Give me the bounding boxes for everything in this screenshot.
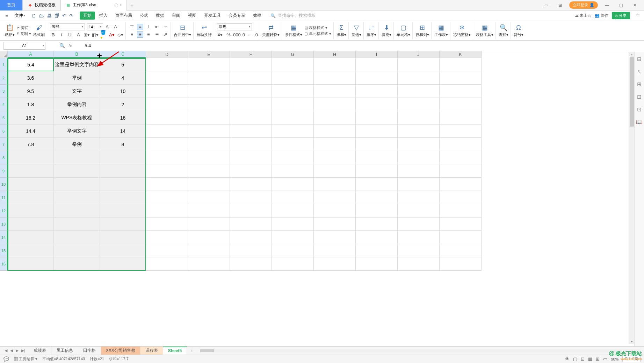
cell-E5[interactable] xyxy=(188,111,230,124)
cell-I5[interactable] xyxy=(356,111,398,124)
cell-I10[interactable] xyxy=(356,178,398,191)
underline-icon[interactable]: U xyxy=(67,32,73,38)
freeze-button[interactable]: ❄冻结窗格▾ xyxy=(453,24,471,37)
cell-K12[interactable] xyxy=(440,204,482,218)
cell-E4[interactable] xyxy=(188,98,230,111)
cell-J7[interactable] xyxy=(398,138,440,151)
cell-J6[interactable] xyxy=(398,124,440,138)
cell-B16[interactable] xyxy=(54,257,100,271)
new-tab-button[interactable]: + xyxy=(127,2,137,8)
new-icon[interactable]: 🗋 xyxy=(31,13,36,19)
cell-E15[interactable] xyxy=(188,244,230,257)
col-header-D[interactable]: D xyxy=(146,51,188,58)
cell-F2[interactable] xyxy=(230,71,272,85)
cell-B9[interactable] xyxy=(54,164,100,178)
cell-J10[interactable] xyxy=(398,178,440,191)
col-header-H[interactable]: H xyxy=(314,51,356,58)
cell-H1[interactable] xyxy=(314,58,356,71)
cell-C11[interactable] xyxy=(100,191,146,204)
cell-J14[interactable] xyxy=(398,231,440,244)
cell-A5[interactable]: 16.2 xyxy=(8,111,54,124)
ribbon-tab-5[interactable]: 审阅 xyxy=(168,12,184,20)
cell-B3[interactable]: 文字 xyxy=(54,85,100,98)
cell-K5[interactable] xyxy=(440,111,482,124)
cell-A1[interactable]: 5.4 xyxy=(8,58,54,71)
cell-I11[interactable] xyxy=(356,191,398,204)
cell-button[interactable]: ▢单元格▾ xyxy=(397,24,410,37)
cell-D9[interactable] xyxy=(146,164,188,178)
decrease-decimal-icon[interactable]: ←.0 xyxy=(251,32,257,38)
formula-input[interactable]: 5.4 xyxy=(82,43,644,48)
cell-I1[interactable] xyxy=(356,58,398,71)
bold-icon[interactable]: B xyxy=(50,32,56,38)
sheet-nav-3[interactable]: ▶| xyxy=(21,348,25,353)
cell-I6[interactable] xyxy=(356,124,398,138)
sheet-tab-1[interactable]: 员工信息 xyxy=(51,347,78,355)
cell-G15[interactable] xyxy=(272,244,314,257)
cell-K15[interactable] xyxy=(440,244,482,257)
cell-D11[interactable] xyxy=(146,191,188,204)
row-header-16[interactable]: 16 xyxy=(0,257,8,271)
sheet-tab-5[interactable]: Sheet5 xyxy=(163,347,187,355)
status-mode-icon[interactable]: 💬 xyxy=(3,356,9,362)
view-pagelayout-icon[interactable]: ▭ xyxy=(603,356,607,362)
cell-F15[interactable] xyxy=(230,244,272,257)
fill-button[interactable]: ⬇填充▾ xyxy=(382,24,391,37)
cell-J12[interactable] xyxy=(398,204,440,218)
cell-D4[interactable] xyxy=(146,98,188,111)
row-header-10[interactable]: 10 xyxy=(0,178,8,191)
view-eye-icon[interactable]: 👁 xyxy=(565,356,570,362)
cell-J11[interactable] xyxy=(398,191,440,204)
col-header-G[interactable]: G xyxy=(272,51,314,58)
cell-D13[interactable] xyxy=(146,218,188,231)
cell-F14[interactable] xyxy=(230,231,272,244)
decrease-font-icon[interactable]: A⁻ xyxy=(114,24,120,30)
cell-A3[interactable]: 9.5 xyxy=(8,85,54,98)
file-menu[interactable]: 文件▾ xyxy=(12,12,28,19)
row-header-6[interactable]: 6 xyxy=(0,124,8,138)
cell-B15[interactable] xyxy=(54,244,100,257)
cell-D10[interactable] xyxy=(146,178,188,191)
tab-home[interactable]: 首页 xyxy=(0,0,23,10)
cell-H6[interactable] xyxy=(314,124,356,138)
cell-H5[interactable] xyxy=(314,111,356,124)
scroll-down-icon[interactable]: ▾ xyxy=(629,339,634,344)
cell-G10[interactable] xyxy=(272,178,314,191)
open-icon[interactable]: 🗁 xyxy=(39,13,44,19)
fill-color-icon[interactable]: 🪣▾ xyxy=(100,32,107,38)
cell-E10[interactable] xyxy=(188,178,230,191)
cell-shading-icon[interactable]: ◧▾ xyxy=(92,32,98,38)
cell-B14[interactable] xyxy=(54,231,100,244)
currency-icon[interactable]: ¥▾ xyxy=(217,32,223,38)
cell-H12[interactable] xyxy=(314,204,356,218)
sum-button[interactable]: Σ求和▾ xyxy=(337,24,346,37)
align-top-icon[interactable]: ⊤ xyxy=(129,24,135,30)
share-button[interactable]: ⎋分享 xyxy=(612,12,630,19)
increase-font-icon[interactable]: A⁺ xyxy=(105,24,111,30)
cell-G1[interactable] xyxy=(272,58,314,71)
decrease-indent-icon[interactable]: ⇤ xyxy=(154,24,160,30)
cell-G6[interactable] xyxy=(272,124,314,138)
select-tool-icon[interactable]: ↖ xyxy=(637,69,642,75)
align-bottom-icon[interactable]: ⊥ xyxy=(145,24,152,30)
row-header-12[interactable]: 12 xyxy=(0,204,8,218)
cell-G3[interactable] xyxy=(272,85,314,98)
table-style-button[interactable]: ▤表格样式▾ xyxy=(304,25,331,30)
cell-H9[interactable] xyxy=(314,164,356,178)
cell-C8[interactable] xyxy=(100,151,146,164)
cell-I9[interactable] xyxy=(356,164,398,178)
cell-B12[interactable] xyxy=(54,204,100,218)
merge-button[interactable]: ⊟合并居中▾ xyxy=(174,24,191,37)
cut-button[interactable]: ✂剪切 xyxy=(17,25,31,30)
properties-icon[interactable]: ⊞ xyxy=(637,81,642,87)
cell-F4[interactable] xyxy=(230,98,272,111)
row-header-3[interactable]: 3 xyxy=(0,85,8,98)
cell-F7[interactable] xyxy=(230,138,272,151)
cell-H7[interactable] xyxy=(314,138,356,151)
clipboard-pane-icon[interactable]: ⊡ xyxy=(637,94,642,100)
italic-icon[interactable]: I xyxy=(58,32,65,38)
cell-E12[interactable] xyxy=(188,204,230,218)
cell-G7[interactable] xyxy=(272,138,314,151)
cell-G11[interactable] xyxy=(272,191,314,204)
cell-H11[interactable] xyxy=(314,191,356,204)
